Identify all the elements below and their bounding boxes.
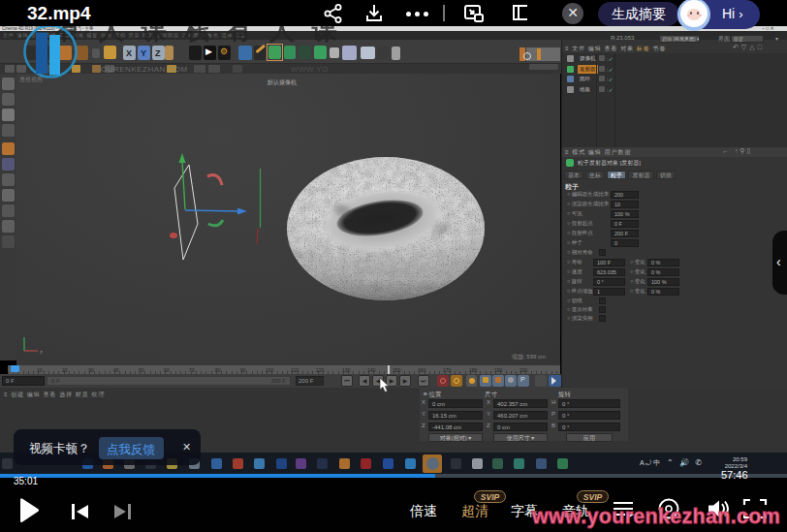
svg-text:z: z bbox=[40, 349, 43, 355]
